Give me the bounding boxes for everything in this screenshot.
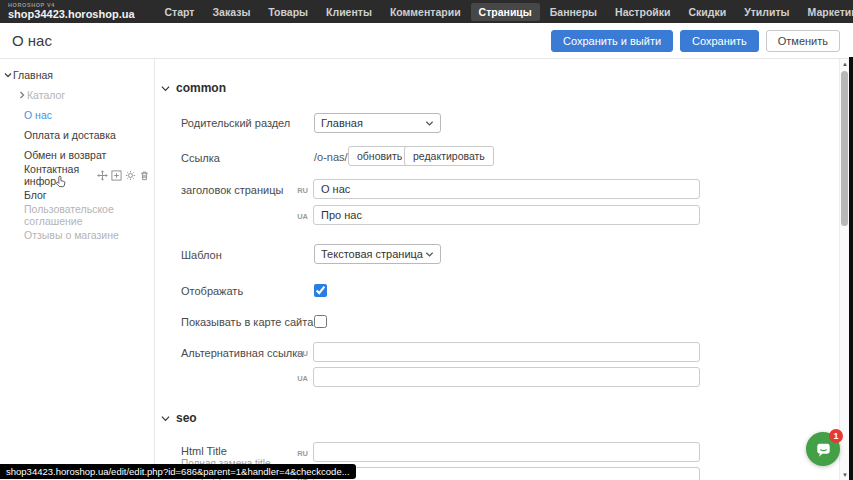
- trash-icon[interactable]: [139, 170, 150, 181]
- sidebar-item-polzovatelskoe-soglashenie[interactable]: Пользовательское соглашение: [0, 206, 155, 224]
- tree-item-label: Отзывы о магазине: [24, 229, 119, 241]
- chat-bubble-icon: [814, 440, 833, 459]
- page-title-ua-input[interactable]: [313, 205, 700, 225]
- app-window: HOROSHOP V4 shop34423.horoshop.ua Старт …: [0, 0, 853, 480]
- nav-item-comments[interactable]: Комментарии: [382, 3, 469, 21]
- sitemap-checkbox[interactable]: [314, 315, 327, 328]
- display-checkbox[interactable]: [314, 284, 327, 297]
- page-title-ru-input[interactable]: [313, 179, 700, 199]
- brand-domain-label: shop34423.horoshop.ua: [8, 9, 135, 20]
- sidebar-item-oplata-i-dostavka[interactable]: Оплата и доставка: [0, 126, 155, 144]
- section-title: common: [176, 81, 226, 95]
- lang-ru-badge: RU: [284, 186, 308, 195]
- edit-form: common Родительский раздел Главная Ссылк…: [156, 59, 839, 480]
- alt-link-ua-input[interactable]: [313, 367, 700, 387]
- add-page-icon[interactable]: [111, 170, 122, 181]
- top-bar: HOROSHOP V4 shop34423.horoshop.ua Старт …: [0, 0, 853, 23]
- chevron-down-icon[interactable]: [3, 71, 13, 79]
- sidebar-item-otzyvy-o-magazine[interactable]: Отзывы о магазине: [0, 226, 155, 244]
- pages-tree-sidebar: Главная Каталог О нас Оплата и доставка …: [0, 59, 155, 480]
- chevron-down-icon: [425, 119, 434, 128]
- display-label: Отображать: [181, 285, 243, 297]
- tree-item-label: О нас: [24, 109, 52, 121]
- nav-item-settings[interactable]: Настройки: [607, 3, 678, 21]
- page-header: О нас Сохранить и выйти Сохранить Отмени…: [0, 23, 853, 59]
- tree-item-label: Главная: [13, 69, 53, 81]
- template-label: Шаблон: [181, 249, 222, 261]
- nav-item-discounts[interactable]: Скидки: [681, 3, 735, 21]
- nav-item-orders[interactable]: Заказы: [205, 3, 259, 21]
- lang-ru-badge: RU: [284, 349, 308, 358]
- sitemap-label: Показывать в карте сайта: [181, 316, 313, 328]
- tree-item-label: Пользовательское соглашение: [24, 203, 155, 227]
- tree-item-label: Оплата и доставка: [24, 129, 116, 141]
- chat-unread-badge: 1: [829, 429, 843, 443]
- section-title: seo: [176, 411, 197, 425]
- html-title-label: Html Title: [181, 445, 227, 457]
- chevron-down-icon: [425, 250, 434, 259]
- sidebar-item-o-nas[interactable]: О нас: [0, 106, 155, 124]
- vertical-scrollbar[interactable]: ▲ ▼: [839, 59, 849, 480]
- move-icon[interactable]: [97, 170, 108, 181]
- template-select[interactable]: Текстовая страница: [314, 244, 441, 264]
- html-title-ua-input[interactable]: [313, 467, 700, 480]
- main-nav: Старт Заказы Товары Клиенты Комментарии …: [157, 3, 853, 21]
- parent-section-label: Родительский раздел: [181, 117, 290, 129]
- nav-item-clients[interactable]: Клиенты: [318, 3, 380, 21]
- brand-logo[interactable]: HOROSHOP V4 shop34423.horoshop.ua: [8, 3, 135, 21]
- chevron-right-icon[interactable]: [17, 91, 27, 99]
- tree-item-label: Блог: [24, 189, 47, 201]
- window-edge-strip: [849, 57, 853, 480]
- sidebar-item-blog[interactable]: Блог: [0, 186, 155, 204]
- scrollbar-thumb[interactable]: [841, 71, 848, 226]
- section-common[interactable]: common: [161, 81, 226, 95]
- sidebar-item-glavnaya[interactable]: Главная: [0, 66, 155, 84]
- nav-item-start[interactable]: Старт: [157, 3, 203, 21]
- select-value: Главная: [321, 117, 363, 129]
- nav-item-banners[interactable]: Баннеры: [542, 3, 605, 21]
- status-url-bar: shop34423.horoshop.ua/edit/edit.php?id=6…: [0, 464, 356, 479]
- chevron-down-icon: [161, 414, 170, 423]
- alt-link-ru-input[interactable]: [313, 342, 700, 362]
- page-title: О нас: [12, 32, 52, 49]
- sidebar-item-katalog[interactable]: Каталог: [0, 86, 155, 104]
- save-and-exit-button[interactable]: Сохранить и выйти: [551, 30, 673, 52]
- save-button[interactable]: Сохранить: [680, 30, 759, 52]
- nav-item-marketing[interactable]: Маркетинг: [800, 3, 853, 21]
- lang-ua-badge: UA: [284, 212, 308, 221]
- parent-section-select[interactable]: Главная: [314, 113, 441, 133]
- html-title-ru-input[interactable]: [313, 442, 700, 462]
- link-label: Ссылка: [181, 152, 220, 164]
- tree-item-label: Каталог: [27, 89, 65, 101]
- page-title-label: заголовок страницы: [181, 184, 283, 196]
- chevron-down-icon: [161, 84, 170, 93]
- lang-ua-badge: UA: [284, 374, 308, 383]
- select-value: Текстовая страница: [321, 248, 423, 260]
- gear-icon[interactable]: [125, 170, 136, 181]
- sidebar-item-obmen-i-vozvrat[interactable]: Обмен и возврат: [0, 146, 155, 164]
- section-seo[interactable]: seo: [161, 411, 197, 425]
- link-edit-button[interactable]: редактировать: [404, 146, 494, 166]
- link-value: /o-nas/: [314, 151, 348, 163]
- lang-ru-badge: RU: [284, 449, 308, 458]
- link-refresh-button[interactable]: обновить: [348, 146, 411, 166]
- nav-item-utilities[interactable]: Утилиты: [736, 3, 797, 21]
- nav-item-pages[interactable]: Страницы: [471, 3, 540, 21]
- sidebar-item-kontaktnaya-infor[interactable]: Контактная инфор: [0, 166, 155, 184]
- nav-item-products[interactable]: Товары: [260, 3, 316, 21]
- tree-item-label: Контактная инфор: [24, 163, 97, 187]
- cancel-button[interactable]: Отменить: [766, 30, 840, 52]
- tree-item-label: Обмен и возврат: [24, 149, 106, 161]
